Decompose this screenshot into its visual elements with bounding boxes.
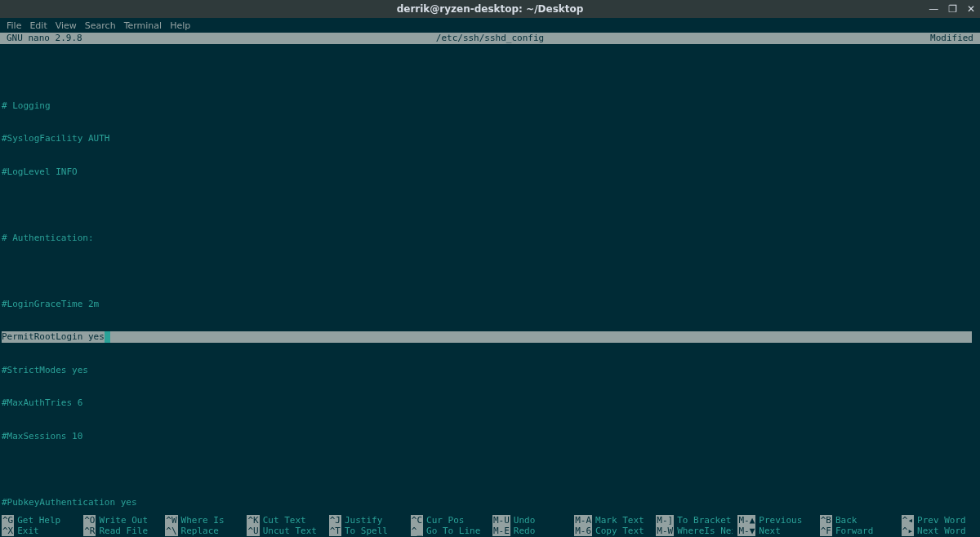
editor-line: #StrictModes yes <box>2 365 978 376</box>
editor-line: #LogLevel INFO <box>2 166 978 178</box>
shortcut-get-help[interactable]: ^GGet Help <box>2 515 78 526</box>
menu-help[interactable]: Help <box>170 20 190 31</box>
highlighted-text: PermitRootLogin yes <box>2 331 105 343</box>
shortcut-prev-word[interactable]: ^◂Prev Word <box>902 515 978 526</box>
editor-line: #PubkeyAuthentication yes <box>2 497 978 508</box>
nano-shortcut-bar: ^GGet Help ^OWrite Out ^WWhere Is ^KCut … <box>0 515 980 538</box>
shortcut-to-bracket[interactable]: M-]To Bracket <box>656 515 733 526</box>
editor-line: # Authentication: <box>2 233 978 244</box>
window-controls: — ❐ ✕ <box>929 4 975 14</box>
editor-line: #SyslogFacility AUTH <box>2 133 978 144</box>
close-icon[interactable]: ✕ <box>967 4 975 14</box>
editor-line <box>2 67 978 78</box>
highlight-fill <box>110 331 972 343</box>
shortcut-redo[interactable]: M-ERedo <box>492 526 569 537</box>
editor-line: #MaxSessions 10 <box>2 431 978 442</box>
nano-modified-indicator: Modified <box>930 33 973 44</box>
shortcut-copy-text[interactable]: M-6Copy Text <box>574 526 651 537</box>
window-title: derrik@ryzen-desktop: ~/Desktop <box>0 3 980 15</box>
maximize-icon[interactable]: ❐ <box>948 4 957 14</box>
editor-line-highlighted: PermitRootLogin yes <box>2 331 978 343</box>
shortcut-uncut-text[interactable]: ^UUncut Text <box>247 526 323 537</box>
menu-terminal[interactable]: Terminal <box>124 20 163 31</box>
shortcut-to-spell[interactable]: ^TTo Spell <box>329 526 406 537</box>
menu-file[interactable]: File <box>7 20 21 31</box>
menu-edit[interactable]: Edit <box>29 20 47 31</box>
shortcut-forward[interactable]: ^FForward <box>820 526 897 537</box>
shortcut-write-out[interactable]: ^OWrite Out <box>83 515 160 526</box>
editor-line: # Logging <box>2 100 978 112</box>
editor-area[interactable]: # Logging #SyslogFacility AUTH #LogLevel… <box>0 44 980 537</box>
shortcut-where-is[interactable]: ^WWhere Is <box>165 515 242 526</box>
shortcut-mark-text[interactable]: M-AMark Text <box>574 515 651 526</box>
editor-line <box>2 199 978 211</box>
editor-line <box>2 464 978 475</box>
shortcut-back[interactable]: ^BBack <box>820 515 897 526</box>
shortcut-cut-text[interactable]: ^KCut Text <box>247 515 323 526</box>
nano-filename: /etc/ssh/sshd_config <box>0 33 980 44</box>
editor-line: #LoginGraceTime 2m <box>2 299 978 310</box>
shortcut-previous[interactable]: M-▲Previous <box>737 515 814 526</box>
shortcut-justify[interactable]: ^JJustify <box>329 515 406 526</box>
shortcut-undo[interactable]: M-UUndo <box>492 515 569 526</box>
editor-line: #MaxAuthTries 6 <box>2 397 978 409</box>
shortcut-replace[interactable]: ^\Replace <box>165 526 242 537</box>
nano-header: GNU nano 2.9.8 /etc/ssh/sshd_config Modi… <box>0 33 980 44</box>
editor-line <box>2 265 978 277</box>
shortcut-next[interactable]: M-▼Next <box>737 526 814 537</box>
minimize-icon[interactable]: — <box>929 4 938 14</box>
shortcut-read-file[interactable]: ^RRead File <box>83 526 160 537</box>
shortcut-exit[interactable]: ^XExit <box>2 526 78 537</box>
shortcut-cur-pos[interactable]: ^CCur Pos <box>411 515 488 526</box>
menu-view[interactable]: View <box>56 20 77 31</box>
shortcut-go-to-line[interactable]: ^_Go To Line <box>411 526 488 537</box>
shortcut-next-word[interactable]: ^▸Next Word <box>902 526 978 537</box>
window-titlebar: derrik@ryzen-desktop: ~/Desktop — ❐ ✕ <box>0 0 980 18</box>
shortcut-whereis-next[interactable]: M-WWhereIs Next <box>656 526 733 537</box>
menu-search[interactable]: Search <box>85 20 116 31</box>
menubar: File Edit View Search Terminal Help <box>0 18 980 33</box>
cursor-icon <box>105 331 110 343</box>
